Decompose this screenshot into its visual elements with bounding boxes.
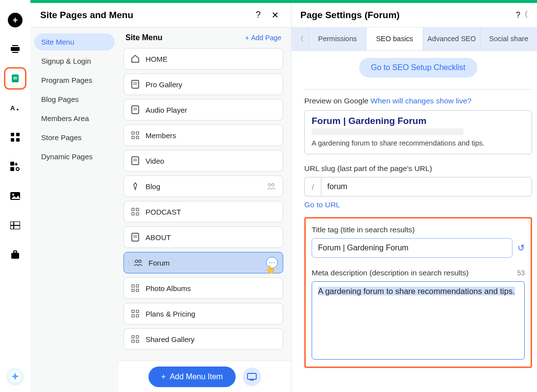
page-item-audio-player[interactable]: Audio Player <box>123 99 283 121</box>
cms-icon[interactable] <box>7 218 23 233</box>
members-badge-icon <box>267 183 276 190</box>
settings-tabs: 〈 Permissions SEO basics Advanced SEO So… <box>292 27 537 51</box>
page-item-plans-pricing[interactable]: Plans & Pricing <box>123 303 283 324</box>
svg-point-43 <box>139 260 141 263</box>
svg-rect-45 <box>136 285 139 287</box>
back-icon[interactable]: 〈 <box>520 10 528 20</box>
svg-point-34 <box>272 184 274 186</box>
reset-icon[interactable]: ↺ <box>517 243 525 253</box>
page-icon <box>131 80 140 89</box>
svg-point-33 <box>268 184 271 186</box>
home-icon <box>131 54 140 63</box>
page-icon <box>131 156 140 165</box>
left-rail: + A <box>0 3 30 392</box>
plus-icon: + <box>161 372 166 381</box>
page-item-photo-albums[interactable]: Photo Albums <box>123 277 283 299</box>
tab-scroll-left[interactable]: 〈 <box>292 27 309 50</box>
page-item-about[interactable]: ABOUT <box>123 226 283 248</box>
plus-icon: + <box>245 34 249 42</box>
grid-icon <box>131 309 140 318</box>
category-site-menu[interactable]: Site Menu <box>34 33 115 50</box>
svg-rect-12 <box>10 167 14 171</box>
svg-rect-52 <box>132 336 134 338</box>
tab-seo-basics[interactable]: SEO basics <box>366 27 424 50</box>
svg-rect-5 <box>13 78 17 79</box>
seo-highlight-box: Title tag (title in search results) ↺ Me… <box>304 217 532 368</box>
site-pages-panel: Site Pages and Menu ? ✕ Site Menu Signup… <box>30 3 292 392</box>
changes-live-link[interactable]: When will changes show live? <box>370 97 471 105</box>
svg-rect-8 <box>16 133 20 136</box>
add-page-button[interactable]: +Add Page <box>245 34 281 42</box>
add-icon[interactable]: + <box>8 13 23 27</box>
section-icon[interactable] <box>7 41 23 57</box>
svg-rect-56 <box>247 373 256 379</box>
svg-rect-4 <box>13 77 17 78</box>
apps-icon[interactable] <box>7 129 23 145</box>
svg-rect-36 <box>136 208 139 211</box>
category-program-pages[interactable]: Program Pages <box>34 72 115 89</box>
page-item-pro-gallery[interactable]: Pro Gallery <box>123 74 283 95</box>
svg-rect-35 <box>132 208 134 211</box>
page-icon <box>131 105 140 114</box>
design-icon[interactable]: A <box>7 100 23 116</box>
svg-rect-1 <box>12 45 18 46</box>
page-list-heading: Site Menu <box>125 33 245 42</box>
meta-description-textarea[interactable]: A gardening forum to share recommendatio… <box>312 281 525 360</box>
svg-rect-50 <box>132 315 134 317</box>
google-preview-label: Preview on Google When will changes show… <box>304 97 532 105</box>
svg-rect-0 <box>11 47 20 51</box>
preview-mode-button[interactable] <box>243 368 261 386</box>
svg-rect-48 <box>132 310 134 313</box>
meta-description-label: Meta description (description in search … <box>312 269 468 277</box>
help-icon[interactable]: ? <box>516 11 520 20</box>
pages-icon[interactable] <box>7 71 23 86</box>
page-item-video[interactable]: Video <box>123 150 283 172</box>
svg-rect-9 <box>11 138 14 142</box>
go-to-url-link[interactable]: Go to URL <box>304 200 532 209</box>
category-store-pages[interactable]: Store Pages <box>34 129 115 146</box>
category-dynamic-pages[interactable]: Dynamic Pages <box>34 148 115 165</box>
page-item-members[interactable]: Members <box>123 124 283 146</box>
svg-rect-55 <box>136 340 139 343</box>
page-item-forum[interactable]: ⋮⋮ Forum ⋯👆 <box>123 252 283 273</box>
svg-rect-19 <box>14 251 17 253</box>
category-signup-login[interactable]: Signup & Login <box>34 52 115 70</box>
tab-permissions[interactable]: Permissions <box>309 27 366 50</box>
bottom-bar: +Add Menu Item <box>119 361 291 392</box>
title-tag-input[interactable] <box>312 238 513 258</box>
url-slash-prefix: / <box>304 177 321 196</box>
site-pages-title: Site Pages and Menu <box>40 10 248 21</box>
page-more-button[interactable]: ⋯👆 <box>266 257 278 269</box>
svg-rect-44 <box>132 285 134 287</box>
svg-rect-37 <box>132 213 134 215</box>
category-blog-pages[interactable]: Blog Pages <box>34 91 115 108</box>
url-slug-input[interactable] <box>321 177 532 196</box>
drag-handle-icon[interactable]: ⋮⋮ <box>126 260 136 266</box>
tab-advanced-seo[interactable]: Advanced SEO <box>423 27 481 50</box>
page-item-shared-gallery[interactable]: Shared Gallery <box>123 328 283 350</box>
seo-checklist-button[interactable]: Go to SEO Setup Checklist <box>359 58 477 77</box>
page-settings-panel: Page Settings (Forum) ? 〈 〈 Permissions … <box>292 3 537 392</box>
business-icon[interactable] <box>7 247 23 263</box>
page-item-podcast[interactable]: PODCAST <box>123 201 283 222</box>
pen-icon <box>131 182 140 191</box>
svg-rect-2 <box>12 52 18 53</box>
tab-social-share[interactable]: Social share <box>481 27 537 50</box>
help-icon[interactable]: ? <box>252 9 265 22</box>
svg-rect-49 <box>136 310 139 313</box>
svg-rect-18 <box>11 253 19 259</box>
ai-sparkle-icon[interactable] <box>7 368 23 384</box>
preview-url-placeholder <box>312 128 464 135</box>
svg-rect-10 <box>16 138 20 142</box>
svg-rect-38 <box>136 213 139 215</box>
svg-point-14 <box>12 194 14 196</box>
media-icon[interactable] <box>7 188 23 204</box>
app-market-icon[interactable] <box>7 159 23 174</box>
page-item-home[interactable]: HOME <box>123 48 283 70</box>
page-item-blog[interactable]: Blog <box>123 175 283 197</box>
category-members-area[interactable]: Members Area <box>34 110 115 127</box>
add-menu-item-button[interactable]: +Add Menu Item <box>148 367 236 387</box>
svg-rect-53 <box>136 336 139 338</box>
svg-rect-27 <box>136 132 139 134</box>
close-icon[interactable]: ✕ <box>268 9 281 22</box>
